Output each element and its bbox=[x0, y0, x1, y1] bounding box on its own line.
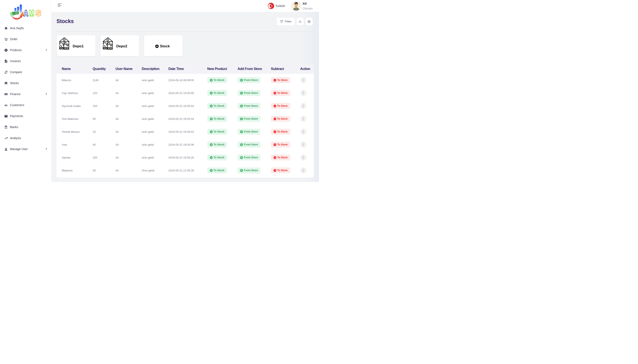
svg-text:M: M bbox=[29, 9, 34, 18]
svg-text:P: P bbox=[5, 49, 7, 51]
svg-text:S: S bbox=[36, 9, 41, 18]
svg-text:A: A bbox=[24, 9, 28, 18]
